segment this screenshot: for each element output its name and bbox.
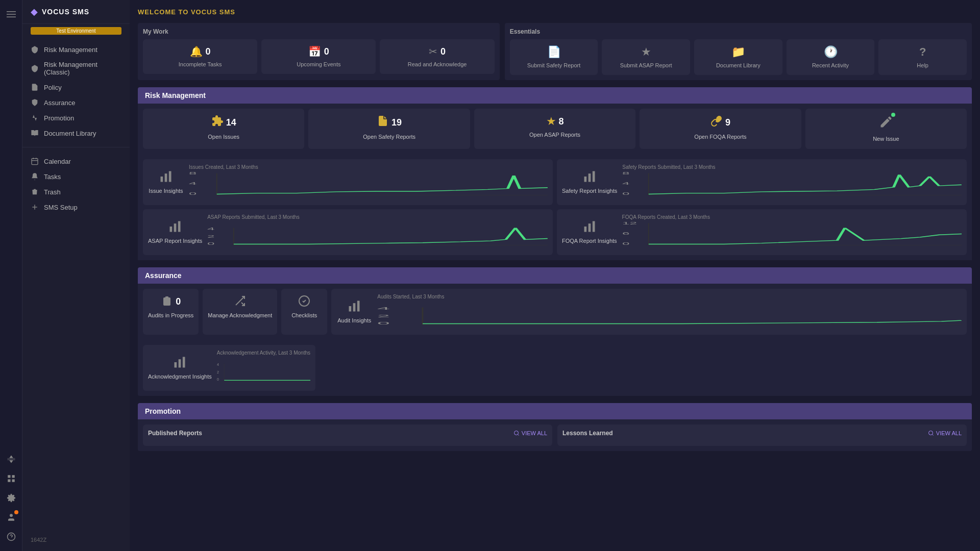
risk-management-header: Risk Management [138,87,972,104]
read-acknowledge-card[interactable]: ✂ 0 Read and Acknowledge [380,39,494,74]
risk-management-section: Risk Management 14 Open Issues [138,87,972,260]
svg-rect-53 [353,303,356,311]
svg-text:4: 4 [207,227,214,231]
essentials-title: Essentials [510,28,967,35]
nav-trash[interactable]: Trash [22,184,130,199]
grid-icon[interactable] [3,470,19,487]
rm-section-wrapper: 14 Open Issues 19 Open Safety Reports [138,104,972,260]
promotion-header: Promotion [138,403,972,419]
page-title: WELCOME TO VOCUS SMS [138,8,972,16]
submit-safety-report-card[interactable]: 📄 Submit Safety Report [510,39,598,75]
audits-progress-card[interactable]: 0 Audits in Progress [143,289,199,335]
svg-rect-25 [589,173,591,182]
checklists-card[interactable]: Checklists [281,289,327,335]
svg-text:12: 12 [622,221,637,225]
submit-asap-report-card[interactable]: ★ Submit ASAP Report [602,39,690,75]
safety-chart-icon [582,169,597,185]
nav-risk-management-classic[interactable]: Risk Management (Classic) [22,57,130,80]
svg-point-7 [10,514,13,517]
upcoming-events-count: 0 [324,46,329,57]
asap-star-icon: ★ [546,115,556,128]
clipboard-icon [161,295,173,309]
nav-assurance[interactable]: Assurance [22,95,130,110]
audits-progress-count: 0 [176,296,181,307]
lessons-learned-col: Lessons Learned VIEW ALL [557,424,967,446]
help-circle-icon[interactable] [3,529,19,545]
incomplete-tasks-card[interactable]: 🔔 0 Incomplete Tasks [143,39,257,74]
puzzle-icon [211,115,224,130]
diamond-icon[interactable] [3,451,19,467]
asap-insights-card[interactable]: ASAP Report Insights ASAP Reports Submit… [143,209,553,255]
audit-insights-left: Audit Insights [336,299,372,324]
foqa-chart-icon [582,219,597,235]
assurance-section: Assurance 0 Audits in Progress [138,267,972,396]
asap-chart-title: ASAP Reports Submitted, Last 3 Months [207,214,548,220]
svg-text:4: 4 [217,363,219,366]
svg-text:2: 2 [217,370,219,374]
open-issues-label: Open Issues [208,133,239,140]
svg-rect-5 [8,480,10,482]
svg-rect-6 [12,480,14,482]
foqa-insights-card[interactable]: FOQA Report Insights FOQA Reports Create… [557,209,967,255]
nav-sms-setup[interactable]: SMS Setup [22,199,130,215]
nav-document-library[interactable]: Document Library [22,126,130,141]
check-icon [298,295,310,309]
nav-policy[interactable]: Policy [22,80,130,95]
upcoming-events-card[interactable]: 📅 0 Upcoming Events [261,39,376,74]
recent-activity-card[interactable]: 🕐 Recent Activity [787,39,875,75]
rm-insights-grid: Issue Insights Issues Created, Last 3 Mo… [138,154,972,260]
open-asap-reports-card[interactable]: ★ 8 Open ASAP Reports [474,109,635,148]
document-library-card[interactable]: 📁 Document Library [694,39,782,75]
svg-rect-17 [165,173,167,182]
open-issues-card[interactable]: 14 Open Issues [143,109,304,148]
nav-tasks[interactable]: Tasks [22,169,130,184]
nav-divider [22,147,130,147]
foqa-insights-chart: FOQA Reports Created, Last 3 Months 12 6… [622,214,962,250]
settings-icon[interactable] [3,490,19,506]
logo-area: ◆ VOCUS SMS [22,6,130,24]
new-issue-card[interactable]: New Issue [805,109,967,148]
issue-chart-title: Issues Created, Last 3 Months [189,164,548,170]
audit-insights-card[interactable]: Audit Insights Audits Started, Last 3 Mo… [331,289,967,335]
hamburger-icon[interactable] [3,6,19,22]
safety-chart-title: Safety Reports Submitted, Last 3 Months [622,164,962,170]
assurance-header: Assurance [138,267,972,284]
published-reports-view-all[interactable]: VIEW ALL [513,430,547,436]
safety-insights-card[interactable]: Safety Report Insights Safety Reports Su… [557,159,967,205]
svg-rect-40 [584,227,586,232]
lessons-learned-header: Lessons Learned VIEW ALL [562,430,962,437]
sidebar: ◆ VOCUS SMS Test Environment Risk Manage… [22,0,130,551]
ack-chart-icon [173,355,187,371]
lessons-learned-view-all[interactable]: VIEW ALL [928,430,962,436]
time-display: 1642Z [22,535,130,545]
nav-promotion[interactable]: Promotion [22,110,130,126]
svg-rect-2 [7,17,16,18]
asap-insights-chart: ASAP Reports Submitted, Last 3 Months 4 … [207,214,548,250]
open-safety-reports-card[interactable]: 19 Open Safety Reports [308,109,470,148]
app-title: VOCUS SMS [42,8,89,16]
foqa-chart-title: FOQA Reports Created, Last 3 Months [622,214,962,220]
manage-acknowledgment-card[interactable]: Manage Acknowledgment [203,289,277,335]
nav-calendar[interactable]: Calendar [22,154,130,169]
svg-rect-4 [12,475,14,478]
acknowledgment-insights-card[interactable]: Acknowledgment Insights Acknowledgement … [143,345,315,391]
main-content: WELCOME TO VOCUS SMS My Work 🔔 0 Incompl… [130,0,980,551]
open-foqa-reports-card[interactable]: 9 Open FOQA Reports [640,109,801,148]
svg-rect-24 [584,177,587,182]
svg-point-68 [514,431,518,435]
nav-risk-management[interactable]: Risk Management [22,42,130,57]
document-library-label: Document Library [716,62,761,69]
svg-text:6: 6 [622,232,629,235]
svg-text:0: 0 [377,321,390,325]
svg-rect-42 [593,221,595,232]
assurance-counter-row: 0 Audits in Progress Manage Acknowledgme… [138,284,972,340]
issue-insights-chart: Issues Created, Last 3 Months 8 4 0 [189,164,548,200]
help-card[interactable]: ? Help [878,39,967,75]
bell-icon: 🔔 [190,45,203,58]
open-safety-label: Open Safety Reports [363,133,415,140]
issue-insights-card[interactable]: Issue Insights Issues Created, Last 3 Mo… [143,159,553,205]
asap-insights-label: ASAP Report Insights [148,237,202,244]
secondary-nav: Calendar Tasks Trash SMS Setup [22,149,130,219]
my-work-cards: 🔔 0 Incomplete Tasks 📅 0 Upcoming Events… [143,39,495,74]
svg-text:2: 2 [207,235,214,238]
